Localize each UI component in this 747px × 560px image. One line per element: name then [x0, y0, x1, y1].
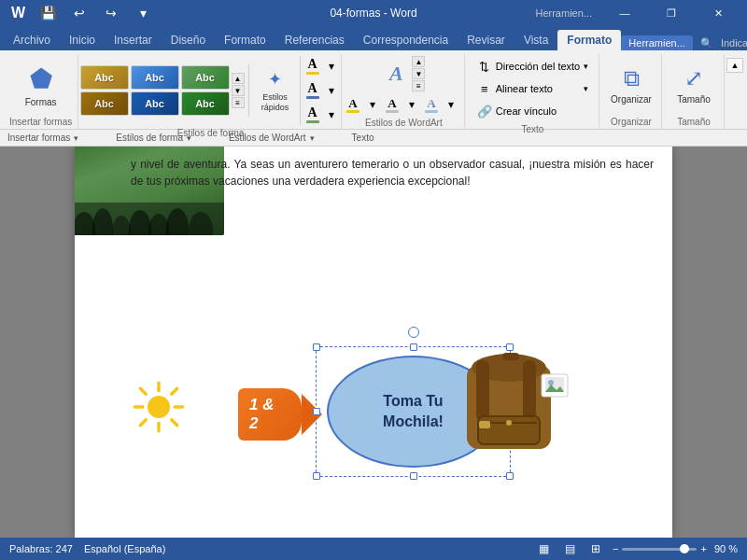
document-page[interactable]: y nivel de aventura. Ya seas un aventure… — [75, 147, 672, 538]
ribbon-tabs: Archivo Inicio Insertar Diseño Formato R… — [0, 26, 747, 50]
alinear-dropdown[interactable]: ▾ — [584, 84, 588, 93]
efectos-dropdown-btn[interactable]: ▾ — [321, 105, 342, 125]
style-thumb-3[interactable]: Abc — [181, 65, 230, 90]
svg-point-5 — [166, 208, 189, 235]
rotate-handle[interactable] — [408, 327, 419, 338]
estilos-rapidos-icon: ✦ — [268, 69, 282, 90]
alinear-texto-btn[interactable]: ≡ Alinear texto ▾ — [470, 78, 597, 99]
view-read-btn[interactable]: ▤ — [560, 539, 579, 558]
tab-referencias[interactable]: Referencias — [275, 30, 354, 50]
wordart-scroll[interactable]: ▲ ▼ ≡ — [412, 56, 425, 91]
view-web-btn[interactable]: ⊞ — [586, 539, 605, 558]
wordart-text-effects-btn[interactable]: A — [425, 97, 438, 113]
organizar-btn[interactable]: ⧉ Organizar — [607, 58, 655, 112]
tab-revisar[interactable]: Revisar — [458, 30, 514, 50]
backpack-svg — [448, 342, 579, 463]
tab-insertar[interactable]: Insertar — [105, 30, 162, 50]
zoom-control: − + 90 % — [613, 543, 738, 554]
language-indicator: Español (España) — [84, 543, 165, 554]
direccion-dropdown[interactable]: ▾ — [584, 62, 588, 71]
style-scroll-buttons[interactable]: ▲ ▼ ≡ — [232, 73, 245, 108]
relleno-dropdown-btn[interactable]: ▾ — [321, 56, 342, 77]
direccion-texto-btn[interactable]: ⇅ Dirección del texto ▾ — [470, 56, 597, 77]
style-thumb-5[interactable]: Abc — [131, 91, 179, 116]
svg-line-12 — [172, 420, 177, 426]
section-wordart[interactable]: Estilos de WordArt ▾ — [229, 133, 315, 143]
wordart-style-A[interactable]: A — [382, 60, 410, 88]
wordart-outline-dropdown[interactable]: ▾ — [402, 94, 422, 115]
zoom-minus-btn[interactable]: − — [613, 543, 618, 554]
search-icon: 🔍 — [700, 37, 713, 49]
handle-tl[interactable] — [313, 343, 320, 351]
zoom-plus-btn[interactable]: + — [700, 543, 706, 554]
tab-diseno[interactable]: Diseño — [162, 30, 215, 50]
zoom-slider-thumb[interactable] — [680, 544, 689, 553]
section-wordart-label: Estilos de WordArt — [229, 133, 306, 143]
view-normal-btn[interactable]: ▦ — [534, 539, 553, 558]
handle-br[interactable] — [506, 472, 514, 480]
wordart-fill-dropdown[interactable]: ▾ — [362, 94, 383, 115]
organizar-group-label: Organizar — [611, 114, 652, 127]
section-estilos-label: Estilos de forma — [116, 133, 183, 143]
tab-archivo[interactable]: Archivo — [4, 30, 60, 50]
ribbon-collapse-btn[interactable]: ▲ — [726, 58, 743, 73]
tamanio-icon: ⤢ — [684, 65, 703, 91]
wordart-text-fill-btn[interactable]: A — [346, 97, 359, 113]
texto-btn-group: ⇅ Dirección del texto ▾ ≡ Alinear texto … — [470, 56, 597, 121]
close-btn[interactable]: ✕ — [697, 0, 740, 26]
texto-content: ⇅ Dirección del texto ▾ ≡ Alinear texto … — [470, 56, 597, 121]
wordart-scroll-down[interactable]: ▼ — [412, 68, 425, 79]
style-thumb-1[interactable]: Abc — [80, 65, 129, 90]
handle-tc[interactable] — [410, 343, 417, 351]
tab-formato[interactable]: Formato — [557, 30, 621, 50]
formas-button[interactable]: ⬟ Formas — [17, 59, 65, 111]
restore-btn[interactable]: ❐ — [650, 0, 693, 26]
style-thumb-6[interactable]: Abc — [181, 91, 230, 116]
tab-inicio[interactable]: Inicio — [60, 30, 105, 50]
redo-btn[interactable]: ↪ — [98, 0, 124, 26]
efectos-btn[interactable]: A — [306, 106, 319, 123]
tab-correspondencia[interactable]: Correspondencia — [354, 30, 458, 50]
scroll-down-btn[interactable]: ▼ — [232, 85, 245, 96]
section-texto[interactable]: Texto — [352, 133, 374, 143]
relleno-color-btn[interactable]: A — [306, 58, 319, 75]
scroll-more-btn[interactable]: ≡ — [232, 97, 245, 108]
zoom-slider-track[interactable] — [622, 548, 697, 551]
handle-bl[interactable] — [313, 472, 320, 480]
tab-vista[interactable]: Vista — [514, 30, 557, 50]
insertar-formas-label: Insertar formas — [9, 114, 72, 127]
customize-btn[interactable]: ▾ — [130, 0, 156, 26]
wordart-scroll-more[interactable]: ≡ — [412, 80, 425, 91]
organizar-label: Organizar — [611, 94, 652, 105]
tamanio-btn[interactable]: ⤢ Tamaño — [669, 58, 718, 112]
estilos-rapidos-btn[interactable]: ✦ Estilosrápidos — [255, 64, 296, 117]
style-thumb-2[interactable]: Abc — [131, 65, 179, 90]
quick-save-btn[interactable]: 💾 — [35, 0, 61, 26]
zoom-percent: 90 % — [714, 543, 738, 554]
color-buttons-row: A ▾ — [306, 56, 342, 77]
scroll-up-btn[interactable]: ▲ — [232, 73, 245, 84]
minimize-btn[interactable]: — — [603, 0, 646, 26]
wordart-scroll-up[interactable]: ▲ — [412, 56, 425, 67]
wordart-text-outline-btn[interactable]: A — [386, 97, 399, 113]
tamanio-group-label: Tamaño — [677, 114, 711, 127]
section-estilos[interactable]: Estilos de forma ▾ — [116, 133, 191, 143]
search-label[interactable]: Indicar... — [721, 37, 747, 49]
style-thumb-4[interactable]: Abc — [80, 91, 129, 116]
wordart-effects-dropdown[interactable]: ▾ — [441, 94, 461, 115]
tab-formato-shape[interactable]: Formato — [215, 30, 275, 50]
tamanio-label: Tamaño — [677, 94, 711, 105]
section-insertar[interactable]: Insertar formas ▾ — [7, 133, 78, 143]
badge-arrow-element: 1 & 2 — [238, 388, 322, 430]
title-bar-left: W 💾 ↩ ↪ ▾ — [7, 0, 156, 26]
handle-bc[interactable] — [410, 472, 417, 480]
contorno-color-btn[interactable]: A — [306, 82, 319, 99]
crear-vinculo-btn[interactable]: 🔗 Crear vínculo — [470, 101, 597, 121]
svg-point-6 — [189, 212, 213, 235]
backpack-element — [448, 342, 579, 463]
undo-btn[interactable]: ↩ — [66, 0, 92, 26]
contorno-dropdown-btn[interactable]: ▾ — [321, 80, 342, 101]
document-area: y nivel de aventura. Ya seas un aventure… — [0, 147, 747, 538]
status-bar: Palabras: 247 Español (España) ▦ ▤ ⊞ − +… — [0, 538, 747, 560]
svg-point-15 — [148, 396, 170, 418]
